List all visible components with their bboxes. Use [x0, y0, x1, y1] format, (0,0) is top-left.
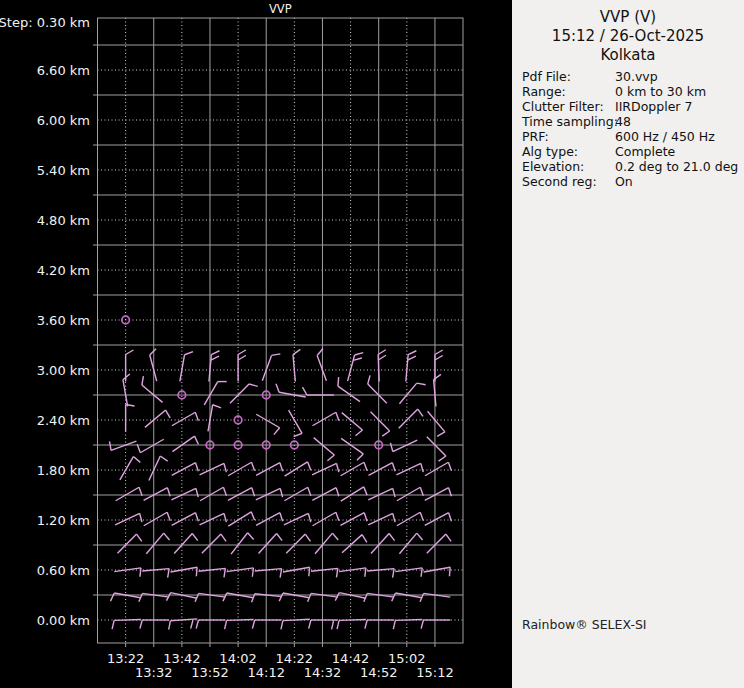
y-axis-label: 5.40 km	[37, 163, 90, 178]
info-row: Time sampling:48	[522, 114, 742, 129]
y-axis-label: 4.80 km	[37, 213, 90, 228]
x-axis-label: 14:52	[360, 665, 397, 680]
brand-footer: Rainbow® SELEX-SI	[522, 617, 647, 632]
x-axis-label: 13:42	[163, 651, 200, 666]
wind-barb-staff	[378, 355, 379, 382]
y-axis-label: 0.60 km	[37, 563, 90, 578]
y-axis-label: 1.80 km	[37, 463, 90, 478]
x-axis-label: 13:32	[135, 665, 172, 680]
y-axis-label: 3.00 km	[37, 363, 90, 378]
y-axis-label: 1.20 km	[37, 513, 90, 528]
y-axis-label: 3.60 km	[37, 313, 90, 328]
info-row: Clutter Filter:IIRDoppler 7	[522, 99, 742, 114]
wind-profile-chart: VVPStep: 0.30 km6.60 km6.00 km5.40 km4.8…	[0, 0, 512, 688]
chart-title: VVP	[269, 2, 292, 16]
panel-header: VVP (V) 15:12 / 26-Oct-2025 Kolkata	[512, 0, 744, 65]
step-label: Step: 0.30 km	[0, 15, 90, 30]
wind-barb-staff	[114, 619, 141, 620]
x-axis-label: 14:02	[219, 651, 256, 666]
info-value: Complete	[615, 144, 675, 159]
info-value: 30.vvp	[615, 69, 658, 84]
info-row: Second reg:On	[522, 174, 742, 189]
wind-barb-staff	[339, 619, 366, 620]
x-axis-label: 14:22	[276, 651, 313, 666]
wind-barb-tick	[338, 377, 339, 386]
product-info-list: Pdf File:30.vvpRange:0 km to 30 kmClutte…	[522, 69, 742, 189]
info-panel: VVP (V) 15:12 / 26-Oct-2025 Kolkata Pdf …	[512, 0, 744, 688]
vvp-product-window: VVPStep: 0.30 km6.60 km6.00 km5.40 km4.8…	[0, 0, 744, 688]
info-label: Second reg:	[522, 174, 615, 189]
wind-barb-tick	[449, 567, 450, 576]
info-label: Clutter Filter:	[522, 99, 615, 114]
wind-barb-tick	[309, 567, 310, 576]
y-axis-label: 0.00 km	[37, 613, 90, 628]
info-value: 600 Hz / 450 Hz	[615, 129, 715, 144]
info-label: Alg type:	[522, 144, 615, 159]
info-value: On	[615, 174, 633, 189]
x-axis-label: 14:42	[332, 651, 369, 666]
y-axis-label: 2.40 km	[37, 413, 90, 428]
info-value: 48	[615, 114, 631, 129]
wind-barb-staff	[227, 619, 254, 620]
info-label: Pdf File:	[522, 69, 615, 84]
x-axis-label: 13:52	[191, 665, 228, 680]
info-value: 0.2 deg to 21.0 deg	[615, 159, 738, 174]
info-row: Pdf File:30.vvp	[522, 69, 742, 84]
info-row: Elevation:0.2 deg to 21.0 deg	[522, 159, 742, 174]
product-title: VVP (V)	[512, 8, 744, 27]
info-label: Elevation:	[522, 159, 615, 174]
info-value: 0 km to 30 km	[615, 84, 706, 99]
info-row: Alg type:Complete	[522, 144, 742, 159]
y-axis-label: 6.00 km	[37, 113, 90, 128]
y-axis-label: 6.60 km	[37, 63, 90, 78]
info-label: PRF:	[522, 129, 615, 144]
product-datetime: 15:12 / 26-Oct-2025	[512, 27, 744, 46]
wind-barb-staff	[395, 619, 422, 620]
x-axis-label: 15:02	[388, 651, 425, 666]
chart-canvas: VVPStep: 0.30 km6.60 km6.00 km5.40 km4.8…	[0, 0, 512, 688]
x-axis-label: 15:12	[416, 665, 453, 680]
y-axis-label: 4.20 km	[37, 263, 90, 278]
info-label: Range:	[522, 84, 615, 99]
wind-barb-tick	[196, 567, 197, 576]
info-row: PRF:600 Hz / 450 Hz	[522, 129, 742, 144]
info-value: IIRDoppler 7	[615, 99, 692, 114]
info-row: Range:0 km to 30 km	[522, 84, 742, 99]
x-axis-label: 13:22	[107, 651, 144, 666]
site-name: Kolkata	[512, 46, 744, 65]
info-label: Time sampling:	[522, 114, 615, 129]
x-axis-label: 14:12	[247, 665, 284, 680]
x-axis-label: 14:32	[304, 665, 341, 680]
